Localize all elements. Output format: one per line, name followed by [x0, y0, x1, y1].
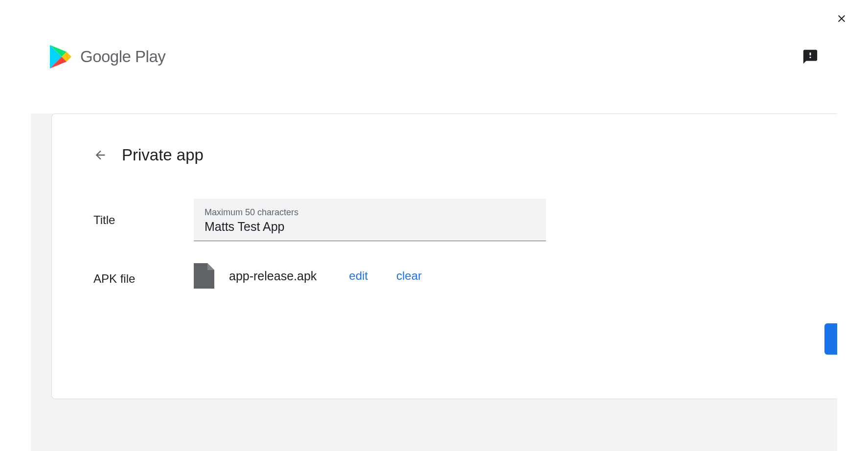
page-title-row: Private app — [52, 146, 837, 164]
floating-action-button[interactable] — [824, 323, 837, 355]
title-field-row: Title Maximum 50 characters — [52, 199, 837, 241]
logo-text: Google Play — [80, 47, 165, 66]
feedback-icon — [802, 48, 819, 65]
title-input-wrapper[interactable]: Maximum 50 characters — [194, 199, 546, 241]
arrow-left-icon — [93, 148, 107, 162]
back-button[interactable] — [93, 148, 107, 162]
close-icon — [836, 13, 847, 24]
feedback-button[interactable] — [801, 48, 819, 66]
form-card: Private app Title Maximum 50 characters … — [51, 113, 837, 399]
clear-apk-button[interactable]: clear — [396, 269, 422, 283]
google-play-icon — [49, 44, 72, 69]
close-button[interactable] — [835, 12, 848, 25]
logo[interactable]: Google Play — [49, 44, 165, 69]
apk-label: APK file — [93, 263, 194, 286]
file-icon — [194, 263, 214, 289]
edit-apk-button[interactable]: edit — [349, 269, 368, 283]
apk-file-display: app-release.apk edit clear — [194, 263, 422, 289]
content-area: Private app Title Maximum 50 characters … — [31, 113, 837, 451]
header: Google Play — [0, 0, 868, 94]
apk-filename: app-release.apk — [229, 269, 317, 283]
apk-field-row: APK file app-release.apk edit clear — [52, 263, 837, 289]
title-input[interactable] — [205, 220, 535, 234]
title-label: Title — [93, 199, 194, 227]
page-title: Private app — [122, 146, 204, 164]
title-helper-text: Maximum 50 characters — [205, 207, 535, 218]
